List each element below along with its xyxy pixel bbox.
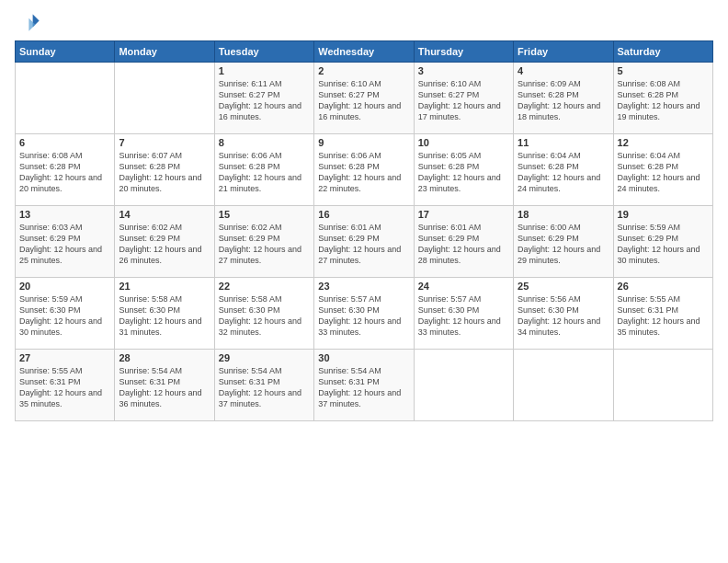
day-info: Sunrise: 6:10 AMSunset: 6:27 PMDaylight:… <box>318 78 409 123</box>
week-row-1: 6Sunrise: 6:08 AMSunset: 6:28 PMDaylight… <box>16 134 713 206</box>
day-number: 4 <box>518 65 609 76</box>
day-number: 14 <box>119 209 210 220</box>
day-number: 11 <box>518 137 609 148</box>
day-info: Sunrise: 5:54 AMSunset: 6:31 PMDaylight:… <box>119 365 210 410</box>
day-cell: 28Sunrise: 5:54 AMSunset: 6:31 PMDayligh… <box>115 350 214 421</box>
day-info: Sunrise: 5:57 AMSunset: 6:30 PMDaylight:… <box>318 293 409 339</box>
day-number: 3 <box>418 65 509 76</box>
day-cell: 2Sunrise: 6:10 AMSunset: 6:27 PMDaylight… <box>314 63 414 134</box>
day-number: 19 <box>618 209 709 220</box>
day-info: Sunrise: 6:07 AMSunset: 6:28 PMDaylight:… <box>119 150 210 195</box>
day-info: Sunrise: 6:02 AMSunset: 6:29 PMDaylight:… <box>119 222 210 267</box>
day-cell: 8Sunrise: 6:06 AMSunset: 6:28 PMDaylight… <box>214 134 313 206</box>
logo-icon <box>15 9 40 35</box>
day-header-friday: Friday <box>514 41 613 63</box>
day-info: Sunrise: 6:04 AMSunset: 6:28 PMDaylight:… <box>618 150 709 195</box>
day-info: Sunrise: 5:54 AMSunset: 6:31 PMDaylight:… <box>318 365 409 410</box>
day-cell: 20Sunrise: 5:59 AMSunset: 6:30 PMDayligh… <box>16 278 115 350</box>
day-cell: 22Sunrise: 5:58 AMSunset: 6:30 PMDayligh… <box>214 278 313 350</box>
day-info: Sunrise: 6:02 AMSunset: 6:29 PMDaylight:… <box>219 222 310 267</box>
week-row-2: 13Sunrise: 6:03 AMSunset: 6:29 PMDayligh… <box>16 206 713 278</box>
day-cell <box>414 350 513 421</box>
day-cell: 21Sunrise: 5:58 AMSunset: 6:30 PMDayligh… <box>115 278 214 350</box>
day-info: Sunrise: 6:03 AMSunset: 6:29 PMDaylight:… <box>19 222 110 267</box>
day-cell: 13Sunrise: 6:03 AMSunset: 6:29 PMDayligh… <box>16 206 115 278</box>
day-number: 28 <box>119 352 210 363</box>
day-cell: 16Sunrise: 6:01 AMSunset: 6:29 PMDayligh… <box>314 206 414 278</box>
day-info: Sunrise: 5:54 AMSunset: 6:31 PMDaylight:… <box>219 365 310 410</box>
day-header-saturday: Saturday <box>613 41 712 63</box>
day-info: Sunrise: 6:01 AMSunset: 6:29 PMDaylight:… <box>318 222 409 267</box>
week-row-4: 27Sunrise: 5:55 AMSunset: 6:31 PMDayligh… <box>16 350 713 421</box>
day-number: 23 <box>318 281 409 292</box>
day-cell: 25Sunrise: 5:56 AMSunset: 6:30 PMDayligh… <box>514 278 613 350</box>
day-info: Sunrise: 6:04 AMSunset: 6:28 PMDaylight:… <box>518 150 609 195</box>
day-number: 21 <box>119 281 210 292</box>
day-info: Sunrise: 6:06 AMSunset: 6:28 PMDaylight:… <box>219 150 310 195</box>
day-cell: 6Sunrise: 6:08 AMSunset: 6:28 PMDaylight… <box>16 134 115 206</box>
day-info: Sunrise: 5:59 AMSunset: 6:30 PMDaylight:… <box>19 293 110 339</box>
day-cell <box>115 63 214 134</box>
day-number: 24 <box>418 281 509 292</box>
week-row-0: 1Sunrise: 6:11 AMSunset: 6:27 PMDaylight… <box>16 63 713 134</box>
day-cell: 17Sunrise: 6:01 AMSunset: 6:29 PMDayligh… <box>414 206 513 278</box>
day-info: Sunrise: 5:59 AMSunset: 6:29 PMDaylight:… <box>618 222 709 267</box>
day-cell: 9Sunrise: 6:06 AMSunset: 6:28 PMDaylight… <box>314 134 414 206</box>
day-info: Sunrise: 6:05 AMSunset: 6:28 PMDaylight:… <box>418 150 509 195</box>
day-number: 15 <box>219 209 310 220</box>
day-number: 8 <box>219 137 310 148</box>
day-number: 5 <box>618 65 709 76</box>
day-number: 12 <box>618 137 709 148</box>
day-number: 13 <box>19 209 110 220</box>
day-number: 7 <box>119 137 210 148</box>
day-number: 30 <box>318 352 409 363</box>
day-info: Sunrise: 6:06 AMSunset: 6:28 PMDaylight:… <box>318 150 409 195</box>
day-number: 17 <box>418 209 509 220</box>
day-cell: 7Sunrise: 6:07 AMSunset: 6:28 PMDaylight… <box>115 134 214 206</box>
day-cell: 29Sunrise: 5:54 AMSunset: 6:31 PMDayligh… <box>214 350 313 421</box>
day-header-tuesday: Tuesday <box>214 41 313 63</box>
day-cell <box>514 350 613 421</box>
day-cell: 11Sunrise: 6:04 AMSunset: 6:28 PMDayligh… <box>514 134 613 206</box>
day-info: Sunrise: 5:56 AMSunset: 6:30 PMDaylight:… <box>518 293 609 339</box>
day-cell: 1Sunrise: 6:11 AMSunset: 6:27 PMDaylight… <box>214 63 313 134</box>
day-header-sunday: Sunday <box>16 41 115 63</box>
day-info: Sunrise: 6:10 AMSunset: 6:27 PMDaylight:… <box>418 78 509 123</box>
day-info: Sunrise: 6:08 AMSunset: 6:28 PMDaylight:… <box>19 150 110 195</box>
day-number: 6 <box>19 137 110 148</box>
day-number: 10 <box>418 137 509 148</box>
day-cell: 12Sunrise: 6:04 AMSunset: 6:28 PMDayligh… <box>613 134 712 206</box>
logo <box>15 9 44 35</box>
day-info: Sunrise: 5:55 AMSunset: 6:31 PMDaylight:… <box>19 365 110 410</box>
day-info: Sunrise: 5:58 AMSunset: 6:30 PMDaylight:… <box>219 293 310 339</box>
day-info: Sunrise: 6:09 AMSunset: 6:28 PMDaylight:… <box>518 78 609 123</box>
day-number: 26 <box>618 281 709 292</box>
day-number: 25 <box>518 281 609 292</box>
day-number: 2 <box>318 65 409 76</box>
day-header-thursday: Thursday <box>414 41 513 63</box>
week-row-3: 20Sunrise: 5:59 AMSunset: 6:30 PMDayligh… <box>16 278 713 350</box>
day-cell: 27Sunrise: 5:55 AMSunset: 6:31 PMDayligh… <box>16 350 115 421</box>
day-number: 29 <box>219 352 310 363</box>
day-header-monday: Monday <box>115 41 214 63</box>
day-info: Sunrise: 6:11 AMSunset: 6:27 PMDaylight:… <box>219 78 310 123</box>
day-cell: 14Sunrise: 6:02 AMSunset: 6:29 PMDayligh… <box>115 206 214 278</box>
day-cell: 19Sunrise: 5:59 AMSunset: 6:29 PMDayligh… <box>613 206 712 278</box>
day-cell <box>613 350 712 421</box>
day-info: Sunrise: 5:58 AMSunset: 6:30 PMDaylight:… <box>119 293 210 339</box>
day-cell: 5Sunrise: 6:08 AMSunset: 6:28 PMDaylight… <box>613 63 712 134</box>
header-row: SundayMondayTuesdayWednesdayThursdayFrid… <box>16 41 713 63</box>
day-cell: 4Sunrise: 6:09 AMSunset: 6:28 PMDaylight… <box>514 63 613 134</box>
day-info: Sunrise: 6:01 AMSunset: 6:29 PMDaylight:… <box>418 222 509 267</box>
day-cell: 30Sunrise: 5:54 AMSunset: 6:31 PMDayligh… <box>314 350 414 421</box>
day-cell: 23Sunrise: 5:57 AMSunset: 6:30 PMDayligh… <box>314 278 414 350</box>
calendar-table: SundayMondayTuesdayWednesdayThursdayFrid… <box>15 40 713 421</box>
day-number: 1 <box>219 65 310 76</box>
day-cell <box>16 63 115 134</box>
page: SundayMondayTuesdayWednesdayThursdayFrid… <box>0 0 728 563</box>
header <box>15 9 713 35</box>
day-info: Sunrise: 6:08 AMSunset: 6:28 PMDaylight:… <box>618 78 709 123</box>
day-cell: 15Sunrise: 6:02 AMSunset: 6:29 PMDayligh… <box>214 206 313 278</box>
day-number: 22 <box>219 281 310 292</box>
day-number: 20 <box>19 281 110 292</box>
